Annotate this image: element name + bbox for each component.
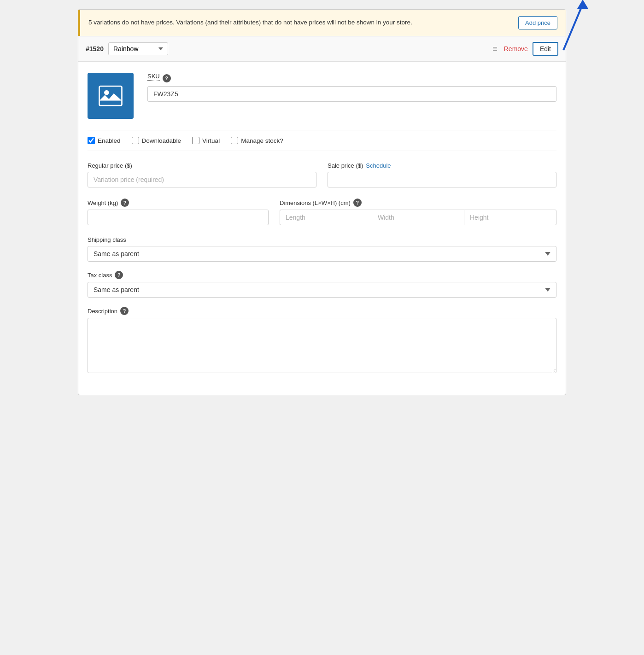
description-section: Description ? — [88, 307, 556, 374]
sku-input[interactable] — [147, 86, 556, 102]
regular-price-input[interactable] — [88, 172, 316, 187]
weight-label-row: Weight (kg) ? — [88, 199, 269, 207]
schedule-link[interactable]: Schedule — [366, 162, 391, 169]
manage-stock-checkbox-label[interactable]: Manage stock? — [231, 137, 283, 144]
variation-header: #1520 Rainbow ≡ Remove Edit — [78, 36, 566, 62]
variation-id: #1520 — [86, 45, 104, 53]
shipping-class-label-row: Shipping class — [88, 236, 556, 243]
svg-line-0 — [563, 4, 583, 50]
shipping-class-select[interactable]: Same as parent No shipping class — [88, 246, 556, 262]
tax-class-label-row: Tax class ? — [88, 271, 556, 279]
tax-class-select[interactable]: Same as parent Standard Reduced rate Zer… — [88, 282, 556, 298]
notice-banner: 5 variations do not have prices. Variati… — [78, 10, 566, 36]
dimensions-help-icon[interactable]: ? — [353, 199, 362, 207]
tax-class-label: Tax class — [88, 272, 112, 279]
weight-dimensions-row: Weight (kg) ? Dimensions (L×W×H) (cm) ? — [88, 199, 556, 225]
svg-marker-1 — [577, 0, 588, 9]
height-input[interactable] — [464, 210, 556, 225]
weight-group: Weight (kg) ? — [88, 199, 269, 225]
dimensions-label-row: Dimensions (L×W×H) (cm) ? — [280, 199, 556, 207]
product-image[interactable] — [88, 73, 134, 119]
regular-price-label-row: Regular price ($) — [88, 162, 316, 169]
sale-price-input[interactable] — [328, 172, 556, 187]
dimensions-inputs — [280, 210, 556, 225]
virtual-checkbox-label[interactable]: Virtual — [192, 137, 220, 144]
product-variation-panel: 5 variations do not have prices. Variati… — [78, 9, 566, 395]
shipping-class-section: Shipping class Same as parent No shippin… — [88, 236, 556, 262]
variation-name-select[interactable]: Rainbow — [108, 42, 168, 55]
enabled-checkbox-label[interactable]: Enabled — [88, 137, 121, 144]
sale-price-label: Sale price ($) — [328, 162, 363, 169]
dimensions-group: Dimensions (L×W×H) (cm) ? — [280, 199, 556, 225]
shipping-class-label: Shipping class — [88, 236, 126, 243]
tax-help-icon[interactable]: ? — [115, 271, 123, 279]
virtual-label: Virtual — [202, 137, 220, 144]
manage-stock-label: Manage stock? — [241, 137, 283, 144]
svg-point-3 — [104, 90, 109, 95]
arrow-annotation — [550, 0, 591, 55]
manage-stock-checkbox[interactable] — [231, 137, 238, 144]
enabled-label: Enabled — [98, 137, 121, 144]
checkboxes-row: Enabled Downloadable Virtual Manage stoc… — [88, 130, 556, 151]
tax-class-section: Tax class ? Same as parent Standard Redu… — [88, 271, 556, 298]
remove-button[interactable]: Remove — [504, 45, 528, 53]
length-input[interactable] — [280, 210, 372, 225]
image-sku-row: SKU ? — [88, 73, 556, 119]
dimensions-label: Dimensions (L×W×H) (cm) — [280, 199, 351, 206]
virtual-checkbox[interactable] — [192, 137, 199, 144]
sale-price-label-row: Sale price ($) Schedule — [328, 162, 556, 169]
price-row: Regular price ($) Sale price ($) Schedul… — [88, 162, 556, 187]
weight-label: Weight (kg) — [88, 199, 118, 206]
downloadable-checkbox[interactable] — [132, 137, 139, 144]
downloadable-label: Downloadable — [142, 137, 181, 144]
drag-handle-icon[interactable]: ≡ — [492, 44, 498, 54]
weight-input[interactable] — [88, 210, 269, 225]
notice-text: 5 variations do not have prices. Variati… — [88, 18, 412, 27]
downloadable-checkbox-label[interactable]: Downloadable — [132, 137, 181, 144]
description-textarea[interactable] — [88, 318, 556, 373]
image-placeholder-icon — [98, 83, 123, 109]
sku-label: SKU — [147, 73, 160, 81]
enabled-checkbox[interactable] — [88, 137, 95, 144]
description-label-row: Description ? — [88, 307, 556, 315]
description-help-icon[interactable]: ? — [120, 307, 129, 315]
variation-body: SKU ? Enabled Downloadable Virtual — [78, 62, 566, 395]
regular-price-label: Regular price ($) — [88, 162, 132, 169]
description-label: Description — [88, 308, 117, 315]
regular-price-group: Regular price ($) — [88, 162, 316, 187]
sku-help-icon[interactable]: ? — [163, 74, 171, 82]
sale-price-group: Sale price ($) Schedule — [328, 162, 556, 187]
weight-help-icon[interactable]: ? — [121, 199, 129, 207]
width-input[interactable] — [372, 210, 464, 225]
sku-label-row: SKU ? — [147, 73, 556, 83]
sku-section: SKU ? — [147, 73, 556, 102]
svg-rect-2 — [100, 86, 122, 105]
